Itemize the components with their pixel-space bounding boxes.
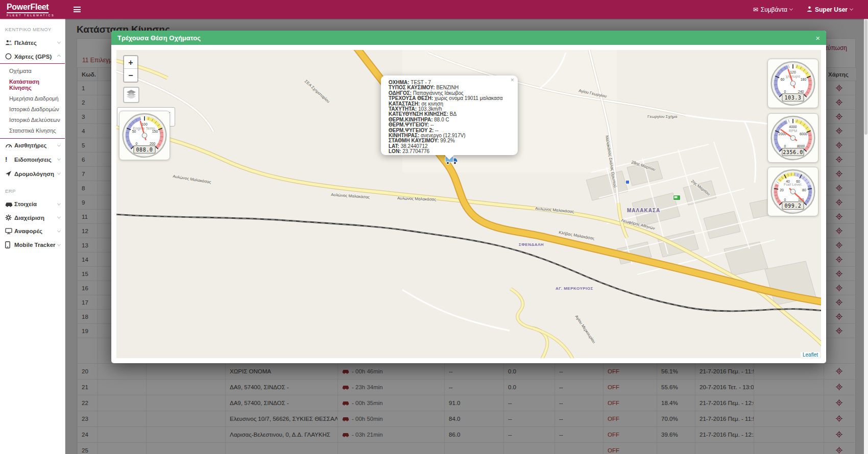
sidebar-item-label: Στοιχεία: [14, 201, 37, 207]
chevron-down-icon: [57, 215, 61, 219]
engine-temp-gauge-panel: 050100150200Engine Temp.088.0: [119, 111, 170, 160]
svg-text:Engine Temp.: Engine Temp.: [133, 126, 156, 131]
user-dropdown[interactable]: Super User: [807, 6, 853, 13]
sidebar-item-mobile-tracker[interactable]: Mobile Tracker: [0, 238, 65, 252]
svg-text:0: 0: [135, 142, 137, 145]
popup-field: LON: 23.7704776: [389, 149, 513, 154]
vehicle-info-popup: × ΟΧΗΜΑ: TEST - 7ΤΥΠΟΣ ΚΑΥΣΙΜΟΥ: BENZINH…: [381, 75, 518, 155]
sidebar-item-στοιχεία[interactable]: Στοιχεία: [0, 197, 65, 211]
modal-title: Τρέχουσα Θέση Οχήματος: [117, 34, 201, 42]
page-scrollbar[interactable]: [864, 19, 868, 454]
vehicle-marker-secondary[interactable]: [673, 193, 681, 203]
fuel-gauge: 020406080100Fuel Level.099.2: [769, 168, 816, 215]
brand-name: PowerFleet: [7, 3, 49, 13]
globe-icon: [5, 53, 14, 60]
vehicle-position-modal: Τρέχουσα Θέση Οχήματος ×: [111, 31, 826, 363]
speed-gauge-panel: 060120180240χλμ/ώρα103.3: [767, 59, 818, 108]
svg-text:0: 0: [784, 144, 786, 148]
top-navbar: PowerFleet FLEET TELEMATICS ✉ Συμβάντα S…: [0, 0, 868, 19]
scrollbar-thumb[interactable]: [864, 20, 867, 135]
monitor-icon: [5, 228, 14, 234]
chevron-down-icon: [789, 7, 793, 11]
sidebar-item-ειδοποιήσεις[interactable]: !Ειδοποιήσεις: [0, 152, 65, 167]
svg-text:RPM: RPM: [789, 129, 797, 133]
user-label: Super User: [815, 6, 848, 13]
svg-text:4000: 4000: [789, 125, 797, 129]
map-label: ΑΓ. ΜΕΡΚΟΥΡΙΟΣ: [556, 286, 593, 291]
chevron-down-icon: [57, 171, 61, 175]
sidebar-subitem[interactable]: Ιστορικό Διαδρομών: [0, 104, 65, 114]
sidebar-item-χάρτες-gps-[interactable]: Χάρτες (GPS): [0, 49, 65, 63]
leaflet-attribution[interactable]: Leaflet: [801, 352, 820, 358]
rpm-gauge: 02000400060008000RPM2356.0: [769, 115, 816, 161]
sidebar-section-label: ERP: [0, 181, 65, 197]
chevron-down-icon: [850, 7, 853, 11]
sidebar-item-αισθητήρες[interactable]: Αισθητήρες: [0, 139, 65, 152]
svg-text:60: 60: [781, 78, 785, 81]
rpm-gauge-panel: 02000400060008000RPM2356.0: [767, 113, 818, 163]
sidebar-subitem[interactable]: Ημερήσια Διαδρομή: [0, 93, 65, 104]
hamburger-menu-icon[interactable]: [71, 4, 83, 16]
svg-text:0: 0: [784, 198, 786, 201]
map-zoom-control: + −: [123, 55, 138, 83]
events-label: Συμβάντα: [761, 6, 787, 13]
sidebar-subitem-active[interactable]: Κατάσταση Κίνησης: [0, 76, 65, 93]
sidebar-item-label: Αναφορές: [14, 228, 42, 234]
svg-text:2356.0: 2356.0: [783, 149, 803, 155]
sidebar-item-label: Πελάτες: [14, 40, 37, 46]
people-icon: [5, 39, 14, 46]
brand-subtitle: FLEET TELEMATICS: [7, 14, 65, 17]
events-dropdown[interactable]: ✉ Συμβάντα: [753, 6, 792, 13]
brand-logo[interactable]: PowerFleet FLEET TELEMATICS: [0, 3, 65, 17]
svg-text:120: 120: [790, 70, 796, 74]
phone-icon: [5, 241, 14, 248]
sidebar-subitem[interactable]: Στατιστικά Κίνησης: [0, 125, 65, 136]
sidebar-subitem[interactable]: Οχήματα: [0, 65, 65, 76]
svg-text:100: 100: [141, 122, 148, 126]
map-label: ΣΦΕΝΔΑΛΗ: [519, 242, 544, 247]
fuel-gauge-panel: 020406080100Fuel Level.099.2: [767, 167, 818, 216]
svg-text:0: 0: [784, 90, 786, 93]
map-label: Γεωργίου Σχήμα: [647, 114, 678, 119]
popup-tail: [445, 155, 454, 160]
sidebar-subitem[interactable]: Ιστορικό Διελεύσεων: [0, 114, 65, 125]
poi-marker[interactable]: [625, 180, 630, 184]
speed-gauge: 060120180240χλμ/ώρα103.3: [769, 60, 816, 107]
alert-icon: !: [5, 156, 14, 163]
chevron-down-icon: [57, 143, 61, 146]
popup-close-icon[interactable]: ×: [511, 78, 514, 83]
layers-control[interactable]: [123, 87, 139, 103]
svg-text:χλμ/ώρα: χλμ/ώρα: [786, 74, 801, 79]
envelope-icon: ✉: [753, 6, 758, 13]
layers-icon: [126, 89, 136, 100]
gear-icon: [5, 214, 14, 221]
zoom-out-button[interactable]: −: [124, 69, 137, 82]
map-label: ΜΑΛΑΚΑΣΑ: [627, 208, 660, 213]
svg-text:200: 200: [150, 142, 156, 145]
svg-text:103.3: 103.3: [785, 95, 802, 100]
sidebar-item-διαχείριση[interactable]: Διαχείριση: [0, 211, 65, 224]
engine-temp-gauge: 050100150200Engine Temp.088.0: [121, 112, 168, 159]
chevron-up-icon: [57, 55, 61, 58]
chevron-down-icon: [57, 157, 61, 161]
close-icon[interactable]: ×: [815, 34, 820, 42]
zoom-in-button[interactable]: +: [124, 56, 137, 69]
svg-text:20: 20: [780, 188, 784, 192]
chevron-down-icon: [57, 229, 61, 232]
svg-text:088.0: 088.0: [136, 147, 153, 153]
svg-text:180: 180: [801, 78, 807, 81]
sidebar-item-αναφορές[interactable]: Αναφορές: [0, 224, 65, 238]
sidebar-submenu: ΟχήματαΚατάσταση ΚίνησηςΗμερήσια Διαδρομ…: [0, 63, 65, 139]
gauge-icon: [5, 142, 14, 148]
sidebar-item-label: Δρομολόγηση: [14, 171, 54, 177]
sidebar-item-δρομολόγηση[interactable]: Δρομολόγηση: [0, 167, 65, 181]
sidebar-item-label: Χάρτες (GPS): [14, 54, 52, 60]
svg-text:099.2: 099.2: [785, 203, 802, 209]
leaflet-map[interactable]: ΜΑΛΑΚΑΣΑΣΦΕΝΔΑΛΗΑΓ. ΜΕΡΚΟΥΡΙΟΣΑυλώνος Μα…: [116, 50, 821, 358]
sidebar-section-label: ΚΕΝΤΡΙΚΟ ΜΕΝΟΥ: [0, 19, 65, 36]
sidebar-item-πελάτες[interactable]: Πελάτες: [0, 36, 65, 49]
sidebar-item-label: Mobile Tracker: [14, 242, 56, 248]
svg-text:240: 240: [798, 90, 804, 93]
svg-text:6000: 6000: [800, 132, 807, 136]
sidebar-item-label: Ειδοποιήσεις: [14, 157, 52, 163]
